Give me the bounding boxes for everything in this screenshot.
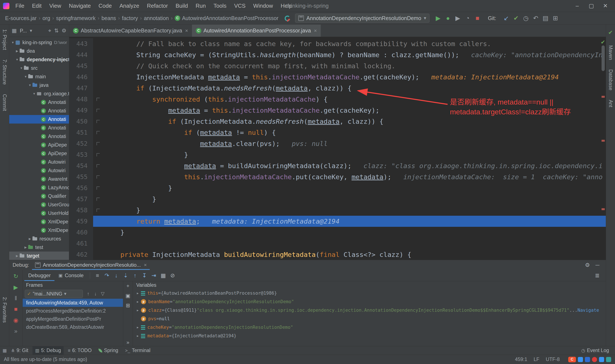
menu-item-vcs[interactable]: VCS [230, 0, 249, 12]
stop-icon[interactable]: ■ [14, 306, 17, 312]
tool-button-commit[interactable]: Commit [2, 94, 7, 111]
menu-item-code[interactable]: Code [94, 0, 116, 12]
chevron-down-icon[interactable]: ▼ [11, 41, 15, 44]
line-number[interactable]: 461 [69, 238, 93, 249]
line-number[interactable]: 449 [69, 105, 93, 116]
code-editor[interactable]: 443 // Fall back to class name as cache … [69, 37, 606, 260]
tree-item-autowiri[interactable]: CAutowiri [9, 158, 69, 166]
error-stripe-mark[interactable] [602, 208, 605, 210]
line-number[interactable]: 448 [69, 94, 93, 105]
tree-item-xmldepe[interactable]: CXmlDepe [9, 217, 69, 226]
chevron-right-icon[interactable]: ▶ [134, 291, 141, 295]
line-number[interactable]: 460 [69, 227, 93, 238]
fold-marker-icon[interactable] [96, 120, 100, 123]
chevron-right-icon[interactable]: ▶ [15, 254, 19, 258]
commit-icon[interactable]: ✔ [511, 12, 521, 24]
fold-marker-icon[interactable] [96, 98, 100, 101]
line-number[interactable]: 451 [69, 127, 93, 138]
debug-session-tab[interactable]: AnnotationDependencyInjectionResolutio..… [32, 260, 150, 270]
chevron-right-icon[interactable]: ▶ [134, 334, 141, 338]
line-number[interactable]: 458 [69, 205, 93, 216]
variable-row-metadata[interactable]: ▶metadata = {InjectionMetadata@2194} [133, 332, 606, 340]
frame-row[interactable]: findAutowiringMetadata:459, Autow [23, 299, 123, 307]
layout-icon[interactable]: ≣ [593, 272, 602, 279]
tree-item-lazyanno[interactable]: CLazyAnno [9, 183, 69, 192]
hide-panel-icon[interactable]: ─ [596, 262, 599, 268]
mute-breakpoints-icon[interactable]: ⊘ [168, 272, 177, 279]
breadcrumb-item[interactable]: E-sources.jar [5, 15, 37, 21]
file-encoding[interactable]: UTF-8 [546, 357, 560, 362]
chevron-down-icon[interactable]: ▼ [27, 83, 32, 87]
run-icon[interactable]: ▶ [433, 12, 443, 24]
line-number[interactable]: 452 [69, 138, 93, 149]
tree-item-org-xiaoge-t[interactable]: ▼org.xiaoge.t [9, 89, 69, 98]
frame-up-icon[interactable]: ↑ [85, 291, 92, 297]
resume-icon[interactable]: ▶ [14, 284, 18, 291]
menu-item-window[interactable]: Window [249, 0, 277, 12]
tree-item-annotati[interactable]: CAnnotati [9, 98, 69, 106]
breadcrumb-item[interactable]: org [42, 15, 50, 21]
filter-icon[interactable]: ▽ [99, 291, 106, 297]
line-number[interactable]: 447 [69, 83, 93, 94]
menu-item-refactor[interactable]: Refactor [143, 0, 172, 12]
tool-button-1-project[interactable]: 1: Project [2, 29, 7, 50]
tree-item-test[interactable]: ▶test [9, 243, 69, 252]
minimize-button[interactable]: – [571, 2, 584, 9]
more-icon[interactable]: » [126, 339, 129, 345]
navigate-link[interactable]: Navigate [577, 308, 599, 313]
tool-window-button-9-git[interactable]: ⋔9: Git [9, 346, 31, 355]
fold-marker-icon[interactable] [96, 175, 100, 179]
tree-item-annotati[interactable]: CAnnotati [9, 106, 69, 115]
rollback-icon[interactable]: ↶ [531, 12, 541, 24]
variable-row-clazz[interactable]: ▶pclazz = {Class@1911} "class org.xiaoge… [133, 306, 606, 314]
close-button[interactable]: ✕ [599, 2, 612, 9]
tool-window-button-6-todo[interactable]: ≡6: TODO [65, 346, 94, 355]
more-icon[interactable]: » [14, 328, 17, 335]
frame-row[interactable]: postProcessMergedBeanDefinition:2 [23, 307, 123, 315]
line-number[interactable]: 443 [69, 38, 93, 49]
editor-tab-abstractautowirecapablebeanfactory-java[interactable]: CAbstractAutowireCapableBeanFactory.java… [69, 25, 192, 37]
debug-tab-debugger[interactable]: Debugger [24, 270, 54, 281]
line-ending[interactable]: LF [534, 357, 539, 362]
maximize-button[interactable]: ▢ [585, 2, 598, 9]
line-number[interactable]: 446 [69, 71, 93, 83]
tool-button-ant[interactable]: Ant [608, 100, 614, 107]
tree-item-awareint[interactable]: CAwareInt [9, 175, 69, 183]
run-config-select[interactable]: AnnotationDependencyInjectionResolutionD… [295, 14, 429, 23]
line-number[interactable]: 456 [69, 182, 93, 194]
coverage-icon[interactable]: ▶ [453, 12, 463, 24]
chevron-down-icon[interactable]: ▼ [15, 58, 19, 61]
stop-icon[interactable]: ■ [473, 12, 482, 24]
tree-item-annotati[interactable]: CAnnotati [9, 115, 69, 124]
project-view-icon[interactable]: ▦ [12, 27, 17, 34]
tool-button-2-favorites[interactable]: 2: Favorites [2, 297, 7, 323]
step-over-icon[interactable]: ↷ [102, 272, 111, 279]
profiler-icon[interactable]: ◔ [463, 12, 473, 24]
close-icon[interactable]: × [185, 28, 188, 34]
chevron-right-icon[interactable]: ▶ [15, 49, 19, 53]
line-number[interactable]: 453 [69, 149, 93, 160]
tree-item-src[interactable]: ▼src [9, 64, 69, 72]
chevron-down-icon[interactable]: ▼ [32, 92, 37, 95]
tree-item-apidepe[interactable]: CApiDepe [9, 149, 69, 158]
close-icon[interactable]: × [314, 28, 317, 34]
scrollbar-thumb[interactable] [602, 45, 605, 71]
run-to-cursor-icon[interactable]: ⇥ [149, 272, 159, 279]
breadcrumb-item[interactable]: springframework [56, 15, 96, 21]
fold-marker-icon[interactable] [96, 153, 100, 156]
breadcrumb-item[interactable]: beans [101, 15, 116, 21]
line-number[interactable]: 444 [69, 49, 93, 60]
tree-item-main[interactable]: ▼main [9, 72, 69, 81]
duplicate-icon[interactable]: ⊞ [126, 302, 130, 309]
editor-tab-autowiredannotationbeanpostprocessor-java[interactable]: CAutowiredAnnotationBeanPostProcessor.ja… [192, 25, 321, 37]
tree-item-userhold[interactable]: CUserHold [9, 209, 69, 217]
tool-window-button-5-debug[interactable]: ▥5: Debug [32, 346, 63, 355]
shelve-icon[interactable]: ▤ [541, 12, 550, 24]
tree-item-dea[interactable]: ▶dea [9, 47, 69, 55]
pause-icon[interactable]: ‖ [14, 295, 17, 302]
variable-row-this[interactable]: ▶this = {AutowiredAnnotationBeanPostProc… [133, 289, 606, 298]
tree-item-qualifier[interactable]: CQualifier [9, 192, 69, 200]
tree-item-apidepe[interactable]: CApiDepe [9, 141, 69, 149]
tree-item-xmldepe[interactable]: CXmlDepe [9, 226, 69, 234]
chevron-right-icon[interactable]: ▶ [27, 237, 32, 240]
